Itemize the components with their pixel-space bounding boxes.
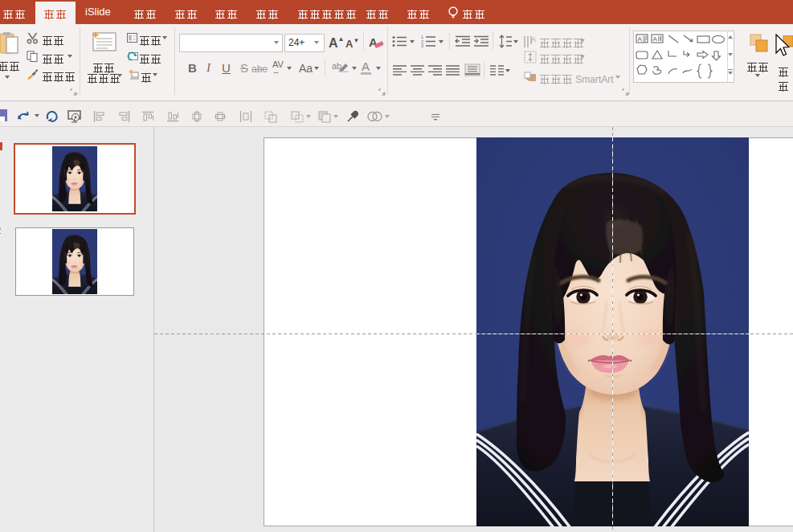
svg-text:A: A bbox=[531, 35, 536, 43]
svg-text:A: A bbox=[638, 35, 643, 43]
svg-text:3: 3 bbox=[421, 43, 423, 47]
svg-text:A: A bbox=[653, 35, 658, 43]
